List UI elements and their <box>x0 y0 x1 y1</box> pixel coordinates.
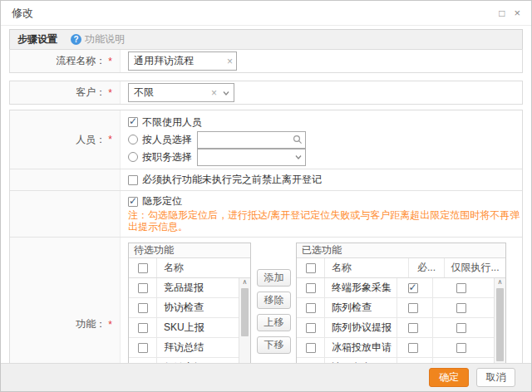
unlimited-personnel-checkbox[interactable] <box>128 117 138 127</box>
scrollbar-thumb[interactable] <box>496 288 504 361</box>
required-asterisk: * <box>108 134 112 145</box>
maximize-icon[interactable]: □ <box>499 8 505 18</box>
vertical-scrollbar[interactable]: ∧ ∨ <box>239 278 250 374</box>
ok-button[interactable]: 确定 <box>429 368 469 387</box>
available-row[interactable]: 拜访总结 <box>129 338 239 358</box>
selected-row[interactable]: 陈列检查 <box>297 298 494 318</box>
title-bar: 修改 □ × <box>1 1 531 26</box>
row-checkbox[interactable] <box>306 323 316 333</box>
must-execute-checkbox[interactable] <box>128 175 138 185</box>
stealth-location-row: 隐形定位 注：勾选隐形定位后，进行抵达/离开登记定位失败或与客户距离超出限定范围… <box>10 190 522 237</box>
function-name: 冰箱投放申请 <box>325 338 397 357</box>
function-name: 协访检查 <box>157 298 239 317</box>
person-search-input[interactable] <box>197 131 306 149</box>
customer-label: 客户：* <box>10 81 121 104</box>
move-down-button[interactable]: 下移 <box>257 336 291 354</box>
section-header: 步骤设置 ? 功能说明 <box>9 29 523 50</box>
name-column-header: 名称 <box>325 258 408 277</box>
selected-row[interactable]: 终端形象采集 <box>297 278 494 298</box>
scrollbar-thumb[interactable] <box>241 288 249 336</box>
process-name-label: 流程名称：* <box>10 50 121 72</box>
personnel-label: 人员：* <box>10 110 121 169</box>
limit-checkbox[interactable] <box>456 323 466 333</box>
row-checkbox[interactable] <box>306 343 316 353</box>
modify-dialog: 修改 □ × 步骤设置 ? 功能说明 流程名称：* × <box>0 0 532 392</box>
add-button[interactable]: 添加 <box>257 269 291 287</box>
customer-select[interactable]: 不限 × <box>128 83 234 102</box>
position-select[interactable] <box>197 149 306 166</box>
chevron-down-icon[interactable] <box>294 153 303 161</box>
function-name: 陈列检查 <box>325 298 397 317</box>
function-name: 陈列协议提报 <box>325 318 397 337</box>
by-person-radio[interactable] <box>128 135 138 145</box>
available-row[interactable]: SKU上报 <box>129 318 239 338</box>
scroll-up-icon[interactable]: ∧ <box>498 278 503 287</box>
required-checkbox[interactable] <box>408 303 418 313</box>
transfer-buttons: 添加 移除 上移 下移 <box>257 269 291 354</box>
clear-icon[interactable]: × <box>211 88 217 98</box>
selected-table-header: 名称 必... 仅限执行... <box>297 258 505 278</box>
by-position-radio[interactable] <box>128 152 138 162</box>
limit-checkbox[interactable] <box>456 303 466 313</box>
available-table-header: 名称 <box>129 258 250 278</box>
clear-icon[interactable]: × <box>227 56 233 66</box>
available-table-title: 待选功能 <box>129 243 250 258</box>
by-person-label: 按人员选择 <box>142 133 192 147</box>
move-up-button[interactable]: 上移 <box>257 314 291 331</box>
cancel-button[interactable]: 取消 <box>476 368 515 387</box>
function-name: SKU上报 <box>157 318 239 337</box>
chevron-down-icon[interactable] <box>222 89 230 97</box>
row-checkbox[interactable] <box>138 343 148 353</box>
process-name-row: 流程名称：* × <box>9 49 523 73</box>
by-position-label: 按职务选择 <box>142 150 192 164</box>
row-checkbox[interactable] <box>306 283 316 293</box>
stealth-location-label: 隐形定位 <box>142 194 182 208</box>
scroll-up-icon[interactable]: ∧ <box>243 278 248 287</box>
tab-step-settings: 步骤设置 <box>17 32 57 47</box>
must-execute-label: 必须执行功能未执行完之前禁止离开登记 <box>142 173 322 187</box>
stealth-location-checkbox[interactable] <box>128 197 138 207</box>
selected-row[interactable]: 冰箱投放申请 <box>297 338 494 358</box>
customer-row: 客户：* 不限 × <box>9 81 523 105</box>
must-execute-row: 必须执行功能未执行完之前禁止离开登记 <box>10 169 522 190</box>
select-all-checkbox[interactable] <box>306 263 316 273</box>
close-icon[interactable]: × <box>514 7 520 18</box>
required-checkbox[interactable] <box>408 283 418 293</box>
required-asterisk: * <box>108 56 112 67</box>
function-name: 拜访总结 <box>157 338 239 357</box>
required-asterisk: * <box>108 319 112 331</box>
row-checkbox[interactable] <box>138 283 148 293</box>
available-row[interactable]: 竞品提报 <box>129 278 239 298</box>
limit-column-header: 仅限执行... <box>444 258 505 277</box>
limit-checkbox[interactable] <box>456 343 466 353</box>
dialog-footer: 确定 取消 <box>1 363 531 391</box>
customer-value: 不限 <box>134 86 154 100</box>
personnel-row: 人员：* 不限使用人员 按人员选择 <box>10 110 522 169</box>
row-checkbox[interactable] <box>138 303 148 313</box>
row-checkbox[interactable] <box>306 303 316 313</box>
search-icon[interactable] <box>293 135 303 145</box>
row-checkbox[interactable] <box>138 323 148 333</box>
function-name: 竞品提报 <box>157 278 239 297</box>
function-help-link[interactable]: 功能说明 <box>85 32 125 47</box>
empty-label-cell <box>10 191 121 237</box>
info-icon: ? <box>71 34 81 45</box>
selected-table-title: 已选功能 <box>297 243 505 258</box>
settings-section: 人员：* 不限使用人员 按人员选择 <box>9 110 523 392</box>
unlimited-personnel-label: 不限使用人员 <box>142 115 202 130</box>
select-all-checkbox[interactable] <box>138 263 148 273</box>
empty-label-cell <box>10 169 121 190</box>
selected-row[interactable]: 陈列协议提报 <box>297 318 494 338</box>
function-name: 终端形象采集 <box>325 278 397 297</box>
dialog-title: 修改 <box>12 6 33 21</box>
dialog-content: 步骤设置 ? 功能说明 流程名称：* × 客户：* 不限 <box>1 26 531 392</box>
remove-button[interactable]: 移除 <box>257 292 291 309</box>
required-asterisk: * <box>108 87 112 99</box>
stealth-location-note: 注：勾选隐形定位后，进行抵达/离开登记定位失败或与客户距离超出限定范围时将不再弹… <box>121 208 522 237</box>
name-column-header: 名称 <box>157 258 250 277</box>
limit-checkbox[interactable] <box>456 283 466 293</box>
process-name-input[interactable] <box>128 51 237 71</box>
required-checkbox[interactable] <box>408 323 418 333</box>
available-row[interactable]: 协访检查 <box>129 298 239 318</box>
required-checkbox[interactable] <box>408 343 418 353</box>
